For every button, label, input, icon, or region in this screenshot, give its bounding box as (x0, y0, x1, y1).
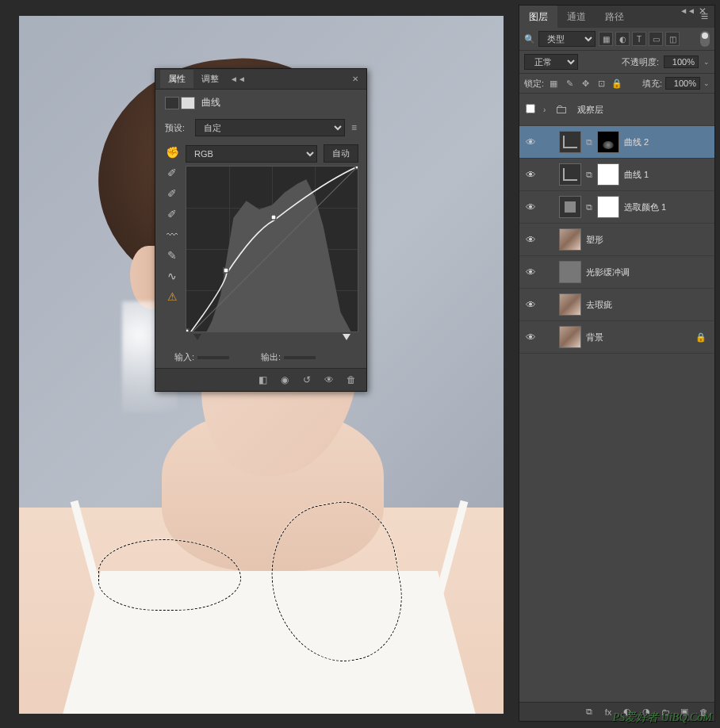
output-label: 输出: (261, 351, 281, 363)
layer-background[interactable]: 👁 背景 🔒 (519, 321, 714, 354)
layer-thumb[interactable] (559, 293, 581, 316)
lock-label: 锁定: (524, 78, 544, 90)
tab-adjustments[interactable]: 调整 (193, 70, 227, 88)
visibility-toggle[interactable]: 👁 (523, 201, 538, 213)
clip-to-layer-icon[interactable]: ◧ (255, 374, 270, 386)
visibility-toggle[interactable]: 👁 (523, 299, 538, 311)
eyedropper-black-icon[interactable]: ✐ (163, 165, 181, 181)
layer-group-observe[interactable]: › 🗀 观察层 (519, 94, 714, 126)
layer-name[interactable]: 去瑕疵 (586, 299, 612, 311)
draw-curve-icon[interactable]: ✎ (163, 247, 181, 263)
target-adjust-icon[interactable]: ✊ (163, 144, 181, 160)
expand-arrow-icon[interactable]: › (543, 105, 546, 114)
properties-footer: ◧ ◉ ↺ 👁 🗑 (155, 368, 366, 391)
tab-channels[interactable]: 通道 (557, 6, 596, 29)
eyedropper-gray-icon[interactable]: ✐ (163, 186, 181, 201)
properties-panel[interactable]: 属性 调整 ◄◄ ✕ 曲线 预设: 自定 ≡ ✊ ✐ ✐ ✐ 〰 ✎ ∿ ⚠ (155, 68, 367, 392)
lock-pixels-icon[interactable]: ▦ (547, 78, 560, 89)
curve-point-highlight[interactable] (355, 166, 359, 170)
input-value[interactable] (197, 356, 229, 359)
layer-mask-thumb[interactable] (597, 196, 619, 218)
layers-panel[interactable]: ◄◄ ✕ 图层 通道 路径 ≡ 🔍 类型 ▦ ◐ T ▭ ◫ 正常 不透明度: … (519, 5, 715, 722)
layer-thumb[interactable] (559, 228, 581, 251)
filter-type-select[interactable]: 类型 (538, 31, 596, 47)
lock-brush-icon[interactable]: ✎ (563, 78, 576, 89)
tab-paths[interactable]: 路径 (596, 6, 634, 29)
mask-link-icon[interactable]: ⧉ (586, 170, 592, 180)
layer-tone-buffer[interactable]: 👁 光影缓冲调 (519, 256, 714, 289)
preset-menu-icon[interactable]: ≡ (351, 122, 357, 133)
mask-link-icon[interactable]: ⧉ (586, 202, 592, 213)
selcolor-adj-thumb[interactable] (559, 196, 581, 218)
layer-list[interactable]: › 🗀 观察层 👁 ⧉ 曲线 2 👁 ⧉ 曲线 1 👁 ⧉ 选取颜色 1 (519, 94, 714, 354)
layer-name[interactable]: 光影缓冲调 (586, 266, 630, 278)
visibility-toggle[interactable]: 👁 (523, 331, 538, 343)
lock-all-icon[interactable]: 🔒 (611, 78, 623, 89)
layer-selective-color-1[interactable]: 👁 ⧉ 选取颜色 1 (519, 191, 714, 224)
filter-toggle[interactable] (700, 31, 710, 47)
toggle-visibility-icon[interactable]: 👁 (322, 374, 336, 386)
layer-curves-1[interactable]: 👁 ⧉ 曲线 1 (519, 159, 714, 191)
smooth-icon[interactable]: ∿ (163, 268, 181, 284)
layer-name[interactable]: 观察层 (577, 104, 603, 116)
trash-icon[interactable]: 🗑 (344, 374, 358, 386)
lock-icon: 🔒 (695, 332, 707, 343)
lock-position-icon[interactable]: ✥ (579, 78, 592, 89)
preset-select[interactable]: 自定 (195, 119, 345, 136)
mask-link-icon[interactable]: ⧉ (586, 137, 592, 148)
channel-select[interactable]: RGB (186, 145, 317, 163)
lock-artboard-icon[interactable]: ⊡ (595, 78, 607, 89)
layer-liquify[interactable]: 👁 塑形 (519, 224, 714, 256)
layer-name[interactable]: 塑形 (586, 234, 603, 246)
panel-collapse-icon[interactable]: ◄◄ (227, 73, 249, 85)
layer-name[interactable]: 曲线 1 (624, 169, 649, 181)
eyedropper-white-icon[interactable]: ✐ (163, 206, 181, 222)
edit-points-icon[interactable]: 〰 (163, 227, 181, 243)
curves-graph[interactable] (186, 166, 358, 332)
layer-retouch[interactable]: 👁 去瑕疵 (519, 289, 714, 321)
curve-point-2[interactable] (271, 215, 277, 220)
tab-layers[interactable]: 图层 (519, 6, 557, 29)
layer-name[interactable]: 曲线 2 (624, 136, 649, 148)
opacity-value[interactable]: 100% (664, 56, 699, 68)
opacity-arrow-icon[interactable]: ⌄ (703, 58, 710, 66)
layer-curves-2[interactable]: 👁 ⧉ 曲线 2 (519, 126, 714, 159)
fill-value[interactable]: 100% (665, 77, 700, 90)
filter-pixel-icon[interactable]: ▦ (599, 32, 613, 46)
filter-shape-icon[interactable]: ▭ (649, 32, 663, 46)
histogram-warn-icon[interactable]: ⚠ (163, 289, 181, 305)
curves-adj-thumb[interactable] (559, 131, 581, 153)
visibility-toggle[interactable]: 👁 (523, 136, 538, 148)
layer-mask-thumb[interactable] (597, 163, 619, 186)
auto-button[interactable]: 自动 (324, 144, 358, 163)
visibility-toggle[interactable] (523, 104, 538, 116)
filter-type-icon[interactable]: T (632, 32, 646, 46)
filter-smart-icon[interactable]: ◫ (665, 32, 680, 46)
curve-point-1[interactable] (223, 268, 228, 274)
visibility-toggle[interactable]: 👁 (523, 234, 538, 246)
blend-mode-select[interactable]: 正常 (524, 54, 578, 70)
panel-close-icon[interactable]: ✕ (349, 73, 362, 85)
curves-adj-thumb[interactable] (559, 163, 581, 186)
panel-close-icon[interactable]: ✕ (694, 4, 711, 18)
layer-name[interactable]: 背景 (586, 331, 603, 343)
layer-name[interactable]: 选取颜色 1 (624, 201, 666, 213)
layer-mask-thumb[interactable] (597, 131, 619, 153)
properties-panel-header[interactable]: 属性 调整 ◄◄ ✕ (155, 69, 366, 90)
opacity-label: 不透明度: (622, 56, 659, 68)
lock-row: 锁定: ▦ ✎ ✥ ⊡ 🔒 填充: 100% ⌄ (519, 74, 714, 94)
visibility-toggle[interactable]: 👁 (523, 169, 538, 181)
reset-icon[interactable]: ↺ (300, 374, 314, 386)
view-previous-icon[interactable]: ◉ (278, 374, 292, 386)
visibility-toggle[interactable]: 👁 (523, 266, 538, 278)
curve-point-shadow[interactable] (186, 329, 190, 333)
white-point-slider[interactable] (343, 334, 350, 340)
link-layers-icon[interactable]: ⧉ (583, 707, 596, 718)
filter-adjust-icon[interactable]: ◐ (615, 32, 630, 46)
tab-properties[interactable]: 属性 (160, 70, 193, 88)
black-point-slider[interactable] (193, 334, 201, 340)
layer-thumb[interactable] (559, 261, 581, 283)
layer-thumb[interactable] (559, 326, 581, 348)
fill-arrow-icon[interactable]: ⌄ (703, 79, 710, 87)
output-value[interactable] (284, 356, 316, 359)
